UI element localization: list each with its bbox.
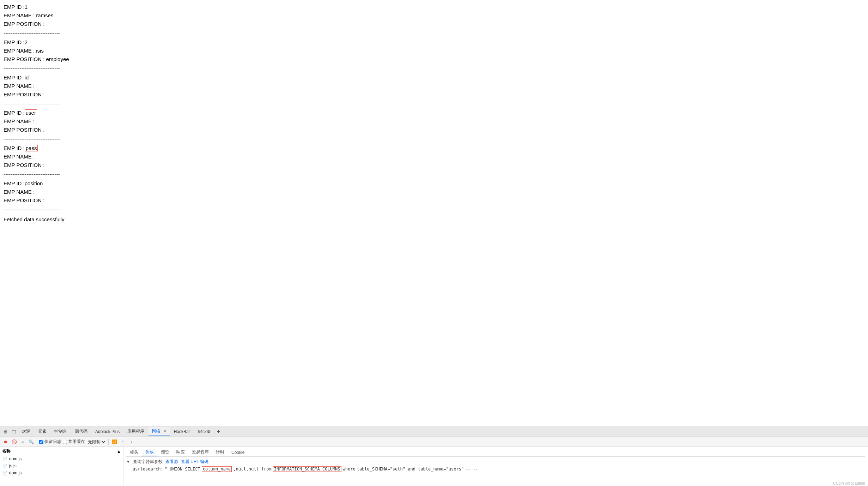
param-key: usrtosearch: — [133, 467, 163, 472]
tab-welcome[interactable]: 欢迎 — [18, 427, 34, 436]
detail-tab-response[interactable]: 响应 — [173, 448, 188, 456]
entry-6: EMP ID :position EMP NAME : EMP POSITION… — [4, 179, 864, 205]
file-list-title: 名称 — [2, 448, 11, 454]
tab-h4ck3r[interactable]: h4ck3r — [194, 428, 214, 436]
divider-5: -------------------------------- — [4, 170, 864, 179]
emp-id-line-1: EMP ID :1 — [4, 3, 864, 11]
emp-name-line-4: EMP NAME : — [4, 117, 864, 126]
emp-id-value-user: user — [25, 109, 37, 116]
detail-tab-timing[interactable]: 计时 — [212, 448, 228, 456]
throttle-select[interactable]: 无限制 — [86, 439, 106, 445]
preserve-log-checkbox-label[interactable]: 保留日志 — [39, 439, 61, 445]
param-comment: -- -- — [465, 467, 478, 472]
tab-console[interactable]: 控制台 — [51, 427, 71, 436]
param-column-name: column_name — [202, 466, 232, 472]
file-item-js-js[interactable]: 📄 js.js — [0, 462, 123, 469]
query-param-line: usrtosearch: " UNION SELECT column_name … — [126, 466, 865, 472]
query-section-label: 查询字符串参数 — [133, 459, 163, 465]
devtools-tabbar: 🖥 ⬚ 欢迎 元素 控制台 源代码 Adblock Plus 应用程序 网络 ✕… — [0, 426, 868, 437]
tab-adblock[interactable]: Adblock Plus — [92, 428, 123, 436]
emp-position-line-5: EMP POSITION : — [4, 161, 864, 169]
entry-1: EMP ID :1 EMP NAME : ramses EMP POSITION… — [4, 3, 864, 28]
tab-sources[interactable]: 源代码 — [71, 427, 91, 436]
detail-tab-payload[interactable]: 负载 — [142, 448, 157, 456]
query-links: 查看源 查看 URL 编码 — [165, 459, 208, 465]
param-prefix: " UNION SELECT — [165, 467, 200, 472]
divider-6: -------------------------------- — [4, 205, 864, 214]
download-button[interactable]: ↓ — [128, 438, 135, 445]
tab-hackbar[interactable]: HackBar — [170, 428, 194, 436]
file-name-3: dom.js — [9, 470, 22, 475]
emp-name-line-3: EMP NAME : — [4, 82, 864, 90]
entry-2: EMP ID :2 EMP NAME : isis EMP POSITION :… — [4, 38, 864, 64]
emp-id-line-5: EMP ID :pass — [4, 144, 864, 152]
file-icon-3: 📄 — [3, 471, 8, 475]
param-middle1: ,null,null from — [233, 467, 271, 472]
emp-name-line-2: EMP NAME : isis — [4, 47, 864, 55]
filter-button[interactable]: ≡ — [19, 438, 26, 445]
upload-button[interactable]: ↑ — [119, 438, 126, 445]
detail-panel: 标头 负载 预览 响应 发起程序 计时 Cookie ▼ 查询字符串参数 查看源… — [123, 447, 868, 486]
clear-button[interactable]: 🚫 — [11, 438, 18, 445]
emp-id-line-4: EMP ID :user — [4, 109, 864, 117]
file-name-2: js.js — [9, 463, 17, 468]
emp-id-line-3: EMP ID :id — [4, 73, 864, 82]
file-list-header: 名称 ▲ — [0, 448, 123, 455]
emp-name-line-6: EMP NAME : — [4, 188, 864, 196]
query-expand-icon[interactable]: ▼ — [126, 460, 130, 464]
emp-name-line-1: EMP NAME : ramses — [4, 11, 864, 20]
emp-position-line-2: EMP POSITION : employee — [4, 55, 864, 64]
divider-1: -------------------------------- — [4, 29, 864, 37]
file-list-collapse-icon: ▲ — [117, 449, 121, 454]
fetched-message: Fetched data successfully — [4, 215, 864, 224]
disable-cache-checkbox[interactable] — [63, 440, 67, 444]
file-icon-1: 📄 — [3, 457, 8, 461]
detail-tabs: 标头 负载 预览 响应 发起程序 计时 Cookie — [126, 448, 865, 457]
file-item-dom-js-2[interactable]: 📄 dom.js — [0, 469, 123, 476]
tab-application[interactable]: 应用程序 — [124, 427, 148, 436]
devtools-panel: 🖥 ⬚ 欢迎 元素 控制台 源代码 Adblock Plus 应用程序 网络 ✕… — [0, 426, 868, 486]
entry-4: EMP ID :user EMP NAME : EMP POSITION : — [4, 109, 864, 134]
detail-tab-cookie[interactable]: Cookie — [228, 448, 248, 456]
detail-tab-preview[interactable]: 预览 — [157, 448, 173, 456]
main-content: EMP ID :1 EMP NAME : ramses EMP POSITION… — [0, 0, 868, 227]
file-item-dom-js-1[interactable]: 📄 dom.js — [0, 455, 123, 462]
emp-position-line-4: EMP POSITION : — [4, 126, 864, 134]
emp-name-line-5: EMP NAME : — [4, 152, 864, 161]
emp-position-line-3: EMP POSITION : — [4, 90, 864, 99]
devtools-device-icon[interactable]: 🖥 — [1, 428, 9, 436]
tab-network-close[interactable]: ✕ — [163, 429, 166, 433]
detail-content: ▼ 查询字符串参数 查看源 查看 URL 编码 usrtosearch: " U… — [126, 459, 865, 472]
tab-add-button[interactable]: + — [215, 428, 222, 435]
toolbar-divider-2 — [108, 439, 109, 445]
devtools-body: 名称 ▲ 📄 dom.js 📄 js.js 📄 dom.js 标头 负载 预 — [0, 447, 868, 486]
file-icon-2: 📄 — [3, 464, 8, 468]
entry-5: EMP ID :pass EMP NAME : EMP POSITION : — [4, 144, 864, 169]
detail-tab-initiator[interactable]: 发起程序 — [188, 448, 212, 456]
search-button[interactable]: 🔍 — [28, 438, 35, 445]
emp-position-line-1: EMP POSITION : — [4, 20, 864, 28]
divider-3: -------------------------------- — [4, 100, 864, 108]
query-section: ▼ 查询字符串参数 查看源 查看 URL 编码 — [126, 459, 865, 465]
param-information-schema: INFORMATION_SCHEMA.COLUMNS — [273, 466, 341, 472]
divider-2: -------------------------------- — [4, 64, 864, 73]
toolbar-divider-1 — [37, 439, 37, 445]
param-suffix: where — [343, 467, 356, 472]
emp-position-line-6: EMP POSITION : — [4, 196, 864, 205]
divider-4: -------------------------------- — [4, 135, 864, 143]
devtools-toolbar: ⏺ 🚫 ≡ 🔍 保留日志 禁用缓存 无限制 📶 ↑ ↓ — [0, 437, 868, 447]
devtools-inspect-icon[interactable]: ⬚ — [10, 428, 18, 436]
view-source-link[interactable]: 查看源 — [165, 459, 178, 465]
tab-network[interactable]: 网络 ✕ — [148, 427, 169, 436]
tab-elements[interactable]: 元素 — [35, 427, 50, 436]
param-end: table_SCHEMA="seth" and table_name="user… — [357, 467, 464, 472]
wifi-button[interactable]: 📶 — [111, 438, 118, 445]
view-url-encoded-link[interactable]: 查看 URL 编码 — [181, 459, 208, 465]
emp-id-value-pass: pass — [25, 145, 38, 151]
detail-tab-headers[interactable]: 标头 — [126, 448, 142, 456]
csdn-watermark: CSDN @rgcadmin — [833, 481, 865, 485]
file-list-panel: 名称 ▲ 📄 dom.js 📄 js.js 📄 dom.js — [0, 447, 123, 486]
record-button[interactable]: ⏺ — [2, 438, 9, 445]
disable-cache-checkbox-label[interactable]: 禁用缓存 — [63, 439, 85, 445]
preserve-log-checkbox[interactable] — [39, 440, 43, 444]
